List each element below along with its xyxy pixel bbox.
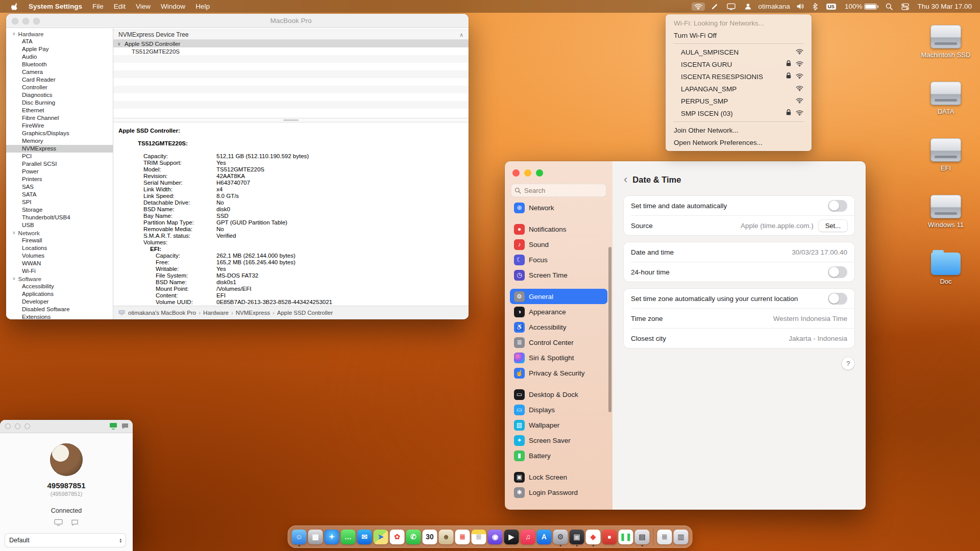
dock-system-settings[interactable]: ⚙ bbox=[553, 530, 568, 544]
turn-wifi-off-item[interactable]: Turn Wi-Fi Off bbox=[668, 29, 809, 41]
sidebar-item-login-password[interactable]: ✱Login Password bbox=[510, 485, 607, 500]
sidebar-item-camera[interactable]: Camera bbox=[6, 68, 113, 76]
monitor-icon[interactable] bbox=[54, 519, 63, 528]
sidebar-item-nvmexpress[interactable]: NVMExpress bbox=[6, 145, 113, 153]
collapse-chevron-icon[interactable]: ∧ bbox=[459, 32, 463, 38]
sidebar-item-accessibility[interactable]: ♿Accessibility bbox=[510, 319, 607, 335]
sidebar-item-spi[interactable]: SPI bbox=[6, 198, 113, 206]
sidebar-item-siri-spotlight[interactable]: Siri & Spotlight bbox=[510, 350, 607, 365]
dock-music[interactable]: ♫ bbox=[521, 530, 535, 544]
sidebar-item-focus[interactable]: ☾Focus bbox=[510, 252, 607, 267]
close-button[interactable] bbox=[512, 169, 520, 177]
display-icon[interactable] bbox=[724, 2, 738, 11]
si-section-software[interactable]: ∨Software bbox=[6, 275, 113, 283]
breadcrumb-item[interactable]: NVMExpress bbox=[236, 310, 270, 316]
sidebar-item-volumes[interactable]: Volumes bbox=[6, 252, 113, 260]
wifi-network-smp-iscen-03[interactable]: SMP ISCEN (03) bbox=[668, 107, 809, 119]
dock-launchpad[interactable]: ▦ bbox=[308, 530, 323, 544]
sidebar-item-disabled-software[interactable]: Disabled Software bbox=[6, 306, 113, 313]
sidebar-item-control-center[interactable]: ≣Control Center bbox=[510, 335, 607, 350]
sidebar-item-battery[interactable]: ▮Battery bbox=[510, 448, 607, 463]
sidebar-item-ata[interactable]: ATA bbox=[6, 38, 113, 45]
sidebar-item-disc-burning[interactable]: Disc Burning bbox=[6, 99, 113, 107]
sidebar-item-controller[interactable]: Controller bbox=[6, 84, 113, 91]
input-source-badge[interactable]: US bbox=[824, 3, 839, 11]
dock-messages[interactable]: … bbox=[341, 530, 356, 544]
sidebar-item-locations[interactable]: Locations bbox=[6, 244, 113, 252]
sidebar-item-diagnostics[interactable]: Diagnostics bbox=[6, 91, 113, 99]
spotlight-icon[interactable] bbox=[883, 2, 895, 11]
dock-anydesk[interactable]: ◆ bbox=[586, 530, 601, 544]
sidebar-item-printers[interactable]: Printers bbox=[6, 176, 113, 183]
dock-red-app[interactable]: ● bbox=[602, 530, 617, 544]
back-button[interactable]: ‹ bbox=[624, 174, 627, 185]
sidebar-item-screen-time[interactable]: ◷Screen Time bbox=[510, 267, 607, 283]
dock-photos[interactable]: ✿ bbox=[390, 530, 405, 544]
minimize-button[interactable] bbox=[524, 169, 531, 177]
zoom-button[interactable] bbox=[33, 18, 40, 24]
wifi-menu-icon[interactable] bbox=[692, 3, 705, 11]
sidebar-item-desktop-dock[interactable]: ▭Desktop & Dock bbox=[510, 387, 607, 402]
chat-bubble-icon[interactable] bbox=[71, 519, 79, 528]
wifi-network-aula-smpiscen[interactable]: AULA_SMPISCEN bbox=[668, 46, 809, 58]
dock-mail[interactable]: ✉ bbox=[357, 530, 372, 544]
menu-view[interactable]: View bbox=[131, 3, 156, 10]
sidebar-item-extensions[interactable]: Extensions bbox=[6, 313, 113, 319]
dock-calendar[interactable]: 30 bbox=[423, 530, 437, 544]
sidebar-item-general[interactable]: ⚙General bbox=[510, 289, 607, 304]
sidebar-item-graphics-displays[interactable]: Graphics/Displays bbox=[6, 130, 113, 137]
wifi-network-iscenta-resespsionis[interactable]: ISCENTA RESESPSIONIS bbox=[668, 70, 809, 83]
wifi-network-iscenta-guru[interactable]: ISCENTA GURU bbox=[668, 58, 809, 70]
sidebar-item-screen-saver[interactable]: ✦Screen Saver bbox=[510, 433, 607, 448]
sidebar-item-parallel-scsi[interactable]: Parallel SCSI bbox=[6, 160, 113, 168]
close-button[interactable] bbox=[12, 18, 18, 24]
dock-system-information[interactable]: ▣ bbox=[570, 530, 584, 544]
sidebar-item-firewire[interactable]: FireWire bbox=[6, 122, 113, 130]
sidebar-item-pci[interactable]: PCI bbox=[6, 153, 113, 160]
sidebar-item-wwan[interactable]: WWAN bbox=[6, 260, 113, 267]
dock-notes[interactable]: ≣ bbox=[472, 530, 486, 544]
dock-printer[interactable]: ▤ bbox=[635, 530, 650, 544]
dock-trash[interactable]: ▥ bbox=[674, 530, 689, 544]
si-titlebar[interactable]: MacBook Pro bbox=[6, 14, 469, 28]
dock-podcasts[interactable]: ◉ bbox=[488, 530, 503, 544]
sidebar-item-audio[interactable]: Audio bbox=[6, 53, 113, 61]
help-button[interactable]: ? bbox=[842, 357, 854, 370]
dock-finder[interactable]: ☺ bbox=[292, 530, 307, 544]
sidebar-item-fibre-channel[interactable]: Fibre Channel bbox=[6, 114, 113, 122]
sidebar-scrollbar[interactable] bbox=[608, 247, 611, 412]
join-other-network-item[interactable]: Join Other Network... bbox=[668, 124, 809, 136]
set-button[interactable]: Set... bbox=[819, 220, 847, 232]
dock-safari[interactable]: ✦ bbox=[325, 530, 339, 544]
menu-help[interactable]: Help bbox=[190, 3, 215, 10]
sidebar-item-storage[interactable]: Storage bbox=[6, 206, 113, 214]
anydesk-titlebar[interactable] bbox=[0, 420, 133, 433]
disclosure-triangle-icon[interactable]: ∨ bbox=[117, 41, 125, 46]
minimize-button[interactable] bbox=[22, 18, 29, 24]
tree-row-ts512gmte220s[interactable]: TS512GMTE220S bbox=[113, 47, 469, 55]
pen-icon[interactable] bbox=[708, 2, 721, 11]
wifi-network-perpus-smp[interactable]: PERPUS_SMP bbox=[668, 95, 809, 107]
sidebar-item-firewall[interactable]: Firewall bbox=[6, 237, 113, 244]
desktop-icon-windows-11[interactable]: Windows 11 bbox=[918, 195, 974, 229]
tz-auto-toggle[interactable] bbox=[828, 293, 847, 305]
desktop-icon-efi[interactable]: EFI bbox=[918, 138, 974, 172]
close-button[interactable] bbox=[5, 423, 11, 429]
battery-status[interactable]: 100% bbox=[842, 2, 880, 11]
pane-splitter[interactable] bbox=[113, 118, 469, 122]
menu-file[interactable]: File bbox=[87, 3, 109, 10]
desktop-icon-doc[interactable]: Doc bbox=[918, 252, 974, 285]
dock-documents[interactable]: ≣ bbox=[657, 530, 672, 544]
remote-display-icon[interactable] bbox=[109, 422, 117, 432]
dock-reminders[interactable]: ≣ bbox=[455, 530, 470, 544]
sidebar-item-privacy-security[interactable]: ☝Privacy & Security bbox=[510, 365, 607, 381]
bluetooth-icon[interactable] bbox=[810, 2, 820, 11]
hour24-toggle[interactable] bbox=[828, 266, 847, 278]
dock-contacts[interactable]: ☻ bbox=[439, 530, 454, 544]
sidebar-item-card-reader[interactable]: Card Reader bbox=[6, 76, 113, 84]
dock-numbers[interactable]: ❚❚ bbox=[619, 530, 633, 544]
control-center-icon[interactable] bbox=[899, 2, 912, 11]
desktop-icon-data[interactable]: DATA bbox=[918, 82, 974, 115]
minimize-button[interactable] bbox=[15, 423, 20, 429]
sidebar-item-developer[interactable]: Developer bbox=[6, 298, 113, 306]
